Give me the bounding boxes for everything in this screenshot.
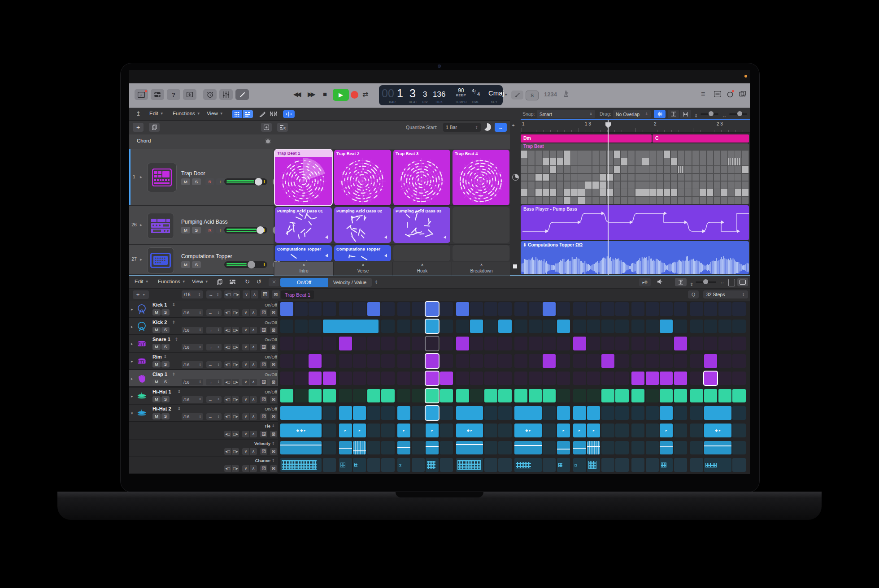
step-cell-active[interactable] xyxy=(704,354,717,368)
step-cell[interactable] xyxy=(323,406,336,420)
row-rate-dropdown[interactable]: /16⇕ xyxy=(182,413,203,420)
step-cell[interactable] xyxy=(557,302,570,316)
step-cell-active[interactable] xyxy=(601,354,614,368)
seq-decrement-all[interactable]: ∨ xyxy=(243,290,250,298)
step-cell[interactable] xyxy=(587,354,600,368)
row-playmode-dropdown[interactable]: →⇕ xyxy=(206,413,222,420)
velocity-cell[interactable] xyxy=(353,441,366,455)
scene-play-icon[interactable]: ∧ xyxy=(452,263,511,267)
step-cell-active[interactable] xyxy=(280,302,293,316)
seq-shift-left-all[interactable]: ◂▢ xyxy=(224,290,232,298)
step-cell[interactable] xyxy=(381,354,394,368)
chord-region[interactable]: Dm xyxy=(521,134,652,143)
substep-cell[interactable] xyxy=(732,458,745,472)
scene-play-icon[interactable]: ∧ xyxy=(274,263,333,267)
step-cell[interactable] xyxy=(631,302,644,316)
row-playmode-dropdown[interactable]: →⇕ xyxy=(206,309,222,316)
step-cell[interactable] xyxy=(309,302,322,316)
substep-cell[interactable] xyxy=(381,458,394,472)
step-cell[interactable] xyxy=(514,320,527,333)
velocity-cell[interactable] xyxy=(397,441,410,455)
seq-row-header[interactable]: ▸Hi-Hat 1⇕On/OffMS/16⇕→⇕◂▢▢▸∨∧⚄⊠ xyxy=(129,388,278,405)
pencil-edit-button[interactable] xyxy=(259,111,266,117)
step-cell-active[interactable] xyxy=(323,320,379,333)
loop-cell[interactable]: Pumping Acid Bass 01 xyxy=(275,207,332,243)
step-cell-active[interactable] xyxy=(280,389,293,403)
step-cell-active[interactable] xyxy=(426,302,439,316)
step-cell[interactable] xyxy=(732,302,745,316)
substep-cell[interactable] xyxy=(615,441,628,455)
step-cell[interactable] xyxy=(690,302,703,316)
rewind-button[interactable]: ◀◀ xyxy=(293,91,300,98)
step-cell[interactable] xyxy=(470,389,483,403)
step-cell[interactable] xyxy=(397,302,410,316)
step-cell-active[interactable] xyxy=(426,354,439,368)
step-cell-active[interactable] xyxy=(381,389,394,403)
row-disclosure-icon[interactable]: ▸ xyxy=(131,359,133,363)
audio-region-topper[interactable]: ⇕ Computations Topper ΩΩ xyxy=(521,241,749,274)
step-cell[interactable] xyxy=(397,320,410,333)
substep-cell[interactable] xyxy=(615,424,628,437)
step-cell-active[interactable] xyxy=(456,302,469,316)
scene-trigger[interactable]: ∧Verse xyxy=(334,262,393,276)
row-name-stepper[interactable]: ⇕ xyxy=(174,337,178,342)
substep-cell[interactable] xyxy=(498,424,511,437)
row-rate-dropdown[interactable]: /16⇕ xyxy=(182,396,203,403)
row-clear-button[interactable]: ⊠ xyxy=(270,344,277,350)
volume-knob[interactable] xyxy=(255,178,262,186)
volume-slider[interactable] xyxy=(224,261,267,268)
scene-play-icon[interactable]: ∧ xyxy=(393,263,452,267)
substep-cell[interactable] xyxy=(601,458,614,472)
tie-cell[interactable]: ◆ ▸ xyxy=(514,424,542,437)
import-button[interactable] xyxy=(183,89,196,100)
subrow-clear-button[interactable]: ⊠ xyxy=(270,431,277,437)
step-cell[interactable] xyxy=(543,406,556,420)
scene-play-icon[interactable]: ∧ xyxy=(334,263,392,267)
step-cell[interactable] xyxy=(353,389,366,403)
step-cell-active[interactable] xyxy=(631,389,644,403)
cycle-button[interactable]: ⇄ xyxy=(362,90,368,99)
subrow-clear-button[interactable]: ⊠ xyxy=(270,465,277,472)
substep-cell[interactable] xyxy=(674,441,687,455)
duplicate-scene-button[interactable] xyxy=(149,123,160,132)
step-cell[interactable] xyxy=(718,320,731,333)
step-cell-active[interactable] xyxy=(557,406,570,420)
step-cell[interactable] xyxy=(704,337,717,350)
chance-cell[interactable] xyxy=(704,458,731,472)
step-cell[interactable] xyxy=(646,389,659,403)
step-cell-active[interactable] xyxy=(426,389,439,403)
step-cell-active[interactable] xyxy=(353,406,366,420)
track-name[interactable]: Pumping Acid Bass xyxy=(181,219,227,225)
row-randomize-button[interactable]: ⚄ xyxy=(260,327,267,333)
step-cell[interactable] xyxy=(440,406,453,420)
step-cell[interactable] xyxy=(456,354,469,368)
seq-increment-all[interactable]: ∧ xyxy=(251,290,258,298)
step-cell[interactable] xyxy=(573,389,586,403)
velocity-cell[interactable] xyxy=(456,441,483,455)
step-cell[interactable] xyxy=(381,406,394,420)
step-cell[interactable] xyxy=(295,372,308,385)
seq-menu-edit[interactable]: Edit▼ xyxy=(135,279,149,284)
step-cell-active[interactable] xyxy=(397,406,410,420)
substep-cell[interactable] xyxy=(323,424,336,437)
substep-cell[interactable] xyxy=(323,441,336,455)
substep-cell[interactable] xyxy=(732,441,745,455)
step-cell-active[interactable] xyxy=(367,302,380,316)
step-cell-active[interactable] xyxy=(367,389,380,403)
substep-cell[interactable] xyxy=(631,441,644,455)
tie-cell[interactable]: ▸ xyxy=(587,424,600,437)
substep-cell[interactable] xyxy=(484,441,497,455)
step-cell-active[interactable] xyxy=(339,337,352,350)
step-cell-active[interactable] xyxy=(514,389,527,403)
step-cell[interactable] xyxy=(557,389,570,403)
step-cell[interactable] xyxy=(381,320,394,333)
step-cell[interactable] xyxy=(690,354,703,368)
substep-cell[interactable] xyxy=(440,424,453,437)
row-shift-left-button[interactable]: ◂▢ xyxy=(224,379,231,385)
step-cell[interactable] xyxy=(440,354,453,368)
stop-button[interactable]: ■ xyxy=(323,90,327,98)
chance-cell[interactable] xyxy=(397,458,410,472)
subrow-shift-right-button[interactable]: ▢▸ xyxy=(232,448,239,455)
row-shift-right-button[interactable]: ▢▸ xyxy=(232,396,239,403)
step-cell[interactable] xyxy=(470,337,483,350)
